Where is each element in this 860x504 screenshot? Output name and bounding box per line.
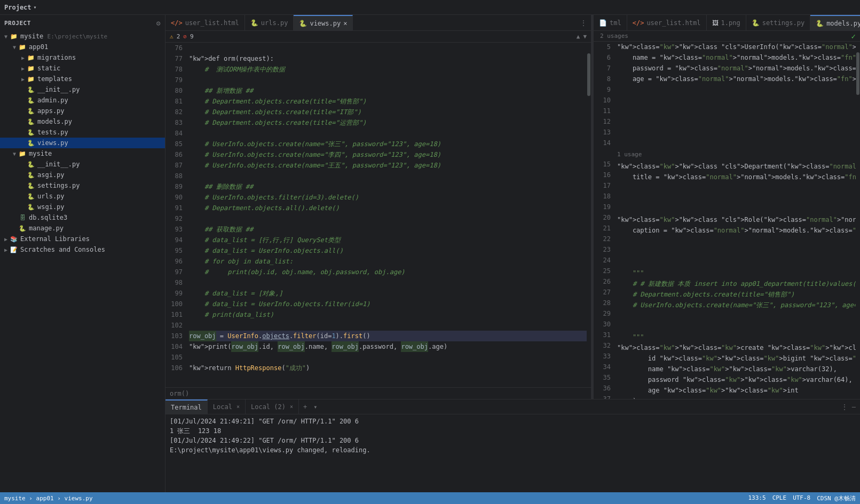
right-code-content[interactable]: "kw">class="kw">"kw">class "cls">UserInf… (615, 42, 856, 399)
code-line: # UserInfo.objects.create(name="张三", pas… (617, 300, 856, 310)
project-label: Project (4, 4, 31, 11)
right-tab-label-user_list_html2: user_list.html (646, 19, 700, 27)
add-terminal-icon[interactable]: + (299, 403, 311, 411)
tree-label: app01 (29, 43, 48, 51)
terminal-actions[interactable]: ⋮ — (837, 403, 860, 411)
sidebar-item-init-py[interactable]: 🐍__init__.py (0, 84, 165, 95)
sidebar-item-app01[interactable]: ▼📁app01 (0, 42, 165, 52)
right-tab-models_py2[interactable]: 🐍models.py× (810, 15, 860, 30)
right-tab-settings_py2[interactable]: 🐍settings.py (746, 15, 810, 30)
sidebar-item-migrations[interactable]: ▶📁migrations (0, 52, 165, 63)
tree-label: settings.py (37, 182, 80, 189)
status-bar-right: 133:5 CPLE UTF-8 CDSN @木畅清 (748, 494, 856, 502)
sidebar-item-asgi-py[interactable]: 🐍asgi.py (0, 170, 165, 180)
sidebar-item-tests-py[interactable]: 🐍tests.py (0, 127, 165, 138)
tree-label: admin.py (37, 97, 68, 104)
line-number: 14 (594, 138, 611, 148)
tree-icon: 🐍 (27, 139, 35, 147)
left-tab-user_list_html[interactable]: </>user_list.html (165, 15, 245, 30)
terminal-tab-local2[interactable]: Local (2) × (246, 399, 299, 414)
sidebar-item-db-sqlite[interactable]: 🗄db.sqlite3 (0, 212, 165, 223)
error-count: 9 (190, 33, 194, 40)
code-line: ## 获取数据 ## (189, 224, 587, 235)
sidebar-item-manage-py[interactable]: 🐍manage.py (0, 223, 165, 234)
usages-top-label: 2 usages (598, 31, 630, 41)
sidebar-item-settings-py[interactable]: 🐍settings.py (0, 180, 165, 191)
terminal-line: E:\project\mysite\app01\views.py changed… (170, 445, 856, 455)
tree-icon: 🐍 (27, 203, 35, 211)
line-number: 105 (165, 352, 183, 363)
left-tab-urls_py[interactable]: 🐍urls.py (245, 15, 294, 30)
code-line (617, 193, 856, 204)
sidebar-item-urls-py[interactable]: 🐍urls.py (0, 191, 165, 202)
code-line: title = "kw">class="normal">"normal">mod… (617, 172, 856, 182)
error-icon: ⊘ (183, 33, 187, 40)
line-number: 90 (165, 192, 183, 203)
right-scrollbar[interactable] (856, 42, 860, 399)
terminal-tab-terminal[interactable]: Terminal (165, 399, 208, 414)
terminal-menu-icon[interactable]: ⋮ (841, 403, 848, 411)
terminal-content[interactable]: [01/Jul/2024 21:49:21] "GET /orm/ HTTP/1… (165, 414, 860, 492)
code-line: # UserInfo.objects.filter(id=3).delete() (189, 192, 587, 203)
left-code-content[interactable]: "kw">def orm(request): # 测试ORM操作表中的数据 ##… (187, 43, 587, 387)
left-tab-views_py[interactable]: 🐍views.py× (294, 15, 353, 30)
line-number (594, 148, 611, 159)
sidebar: Project ⚙ ▼📁mysite E:\project\mysite▼📁ap… (0, 15, 165, 492)
right-tab-tml[interactable]: 📄tml (594, 15, 627, 30)
tree-icon: 📚 (10, 235, 18, 243)
right-tab-user_list_html2[interactable]: </>user_list.html (627, 15, 707, 30)
right-tab-icon-tml: 📄 (599, 19, 607, 27)
project-dropdown-icon[interactable]: ▾ (34, 4, 37, 10)
code-line: ) (617, 396, 856, 399)
code-line (617, 116, 856, 127)
tab-close-views_py[interactable]: × (343, 20, 347, 27)
terminal-tab-local[interactable]: Local × (208, 399, 246, 414)
left-tab-more[interactable]: ⋮ (576, 15, 591, 30)
code-line (189, 213, 587, 224)
sidebar-item-templates[interactable]: ▶📁templates (0, 74, 165, 84)
line-number: 32 (594, 340, 611, 351)
left-scrollbar[interactable] (587, 43, 591, 387)
expand-icon[interactable]: ▲ (577, 33, 580, 40)
warning-bar: ⚠ 2 ⊘ 9 ▲ ▼ (165, 31, 591, 43)
local-close[interactable]: × (236, 404, 240, 410)
sidebar-item-views-py[interactable]: 🐍views.py (0, 138, 165, 148)
code-line: # print(obj.id, obj.name, obj.password, … (189, 267, 587, 277)
code-line: # data_list = UserInfo.objects.all() (189, 245, 587, 256)
code-line: row_obj = UserInfo.objects.filter(id=1).… (189, 331, 587, 341)
sidebar-settings-icon[interactable]: ⚙ (156, 19, 161, 27)
local-label: Local (213, 403, 232, 411)
line-number: 94 (165, 235, 183, 245)
line-number: 11 (594, 106, 611, 116)
line-number: 30 (594, 319, 611, 330)
sidebar-item-mysite-root[interactable]: ▼📁mysite E:\project\mysite (0, 31, 165, 42)
editor-panels: </>user_list.html🐍urls.py🐍views.py×⋮ ⚠ 2… (165, 15, 860, 399)
sidebar-item-static[interactable]: ▶📁static (0, 63, 165, 74)
terminal-minimize-icon[interactable]: — (852, 403, 856, 411)
sidebar-item-apps-py[interactable]: 🐍apps.py (0, 106, 165, 116)
collapse-icon[interactable]: ▼ (583, 33, 587, 40)
more-terminal-icon[interactable]: ▾ (311, 403, 319, 411)
local2-close[interactable]: × (290, 404, 293, 410)
code-line: age "kw">class="kw">"kw">class="kw">int (617, 385, 856, 396)
tree-icon: 🐍 (18, 224, 27, 233)
sidebar-item-ext-libs[interactable]: ▶📚External Libraries (0, 234, 165, 244)
sidebar-item-wsgi-py[interactable]: 🐍wsgi.py (0, 202, 165, 212)
sidebar-item-init-py2[interactable]: 🐍__init__.py (0, 159, 165, 170)
sidebar-item-models-py[interactable]: 🐍models.py (0, 116, 165, 127)
code-line: # data_list = [行,行,行] QuerySet类型 (189, 235, 587, 245)
code-line: # data_list = UserInfo.objects.filter(id… (189, 299, 587, 309)
line-number: 33 (594, 351, 611, 362)
right-code-area[interactable]: 567891011121314 151617181920212223242526… (594, 42, 860, 399)
warn-count: 2 (177, 33, 180, 40)
code-line (617, 106, 856, 116)
right-tab-png1[interactable]: 🖼1.png (707, 15, 746, 30)
tree-arrow: ▶ (19, 66, 27, 71)
line-number: 5 (594, 42, 611, 52)
sidebar-item-scratches[interactable]: ▶📝Scratches and Consoles (0, 244, 165, 255)
left-code-area[interactable]: 7677787980818283848586878889909192939495… (165, 43, 591, 387)
sidebar-item-mysite-inner[interactable]: ▼📁mysite (0, 148, 165, 159)
sidebar-item-admin-py[interactable]: 🐍admin.py (0, 95, 165, 106)
tree-label: urls.py (37, 193, 65, 200)
line-number: 95 (165, 245, 183, 256)
